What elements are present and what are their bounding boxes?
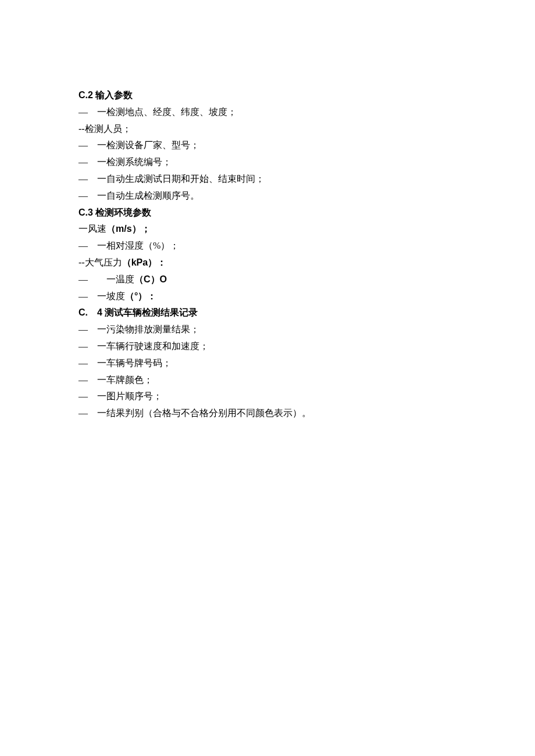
list-item: 一风速（m/s）； [79, 221, 456, 238]
section-c3: C.3 检测环境参数 一风速（m/s）； — 一相对湿度（%）； --大气压力（… [79, 205, 456, 305]
list-item: --大气压力（kPa）： [79, 255, 456, 271]
document-body: C.2 输入参数 — 一检测地点、经度、纬度、坡度； --检测人员； — 一检测… [0, 0, 535, 422]
heading-c3-text: 检测环境参数 [95, 207, 151, 217]
list-item: — 一检测地点、经度、纬度、坡度； [79, 104, 456, 121]
list-item: — 一自动生成测试日期和开始、结束时间； [79, 171, 456, 188]
heading-c2: C.2 输入参数 [79, 87, 456, 104]
list-item: — 一相对湿度（%）； [79, 238, 456, 255]
heading-c4-num: 4 [97, 307, 102, 317]
list-item: — 一检测设备厂家、型号； [79, 137, 456, 154]
list-item: — 一检测系统编号； [79, 154, 456, 171]
heading-c4-text: 测试车辆检测结果记录 [105, 307, 198, 317]
heading-c2-text: 输入参数 [95, 90, 133, 100]
list-item: — 一自动生成检测顺序号。 [79, 188, 456, 205]
list-item: — 一车辆号牌号码； [79, 355, 456, 372]
section-c4: C. 4 测试车辆检测结果记录 — 一污染物排放测量结果； — 一车辆行驶速度和… [79, 304, 456, 422]
heading-c2-label: C.2 [79, 90, 93, 100]
list-item: — 一车牌颜色； [79, 372, 456, 389]
heading-c3-label: C.3 [79, 207, 93, 217]
list-item: — 一污染物排放测量结果； [79, 321, 456, 338]
list-item: — 一温度（C）O [79, 271, 456, 288]
heading-c3: C.3 检测环境参数 [79, 205, 456, 221]
heading-c4-label: C. [79, 307, 88, 317]
heading-c4: C. 4 测试车辆检测结果记录 [79, 304, 456, 321]
section-c2: C.2 输入参数 — 一检测地点、经度、纬度、坡度； --检测人员； — 一检测… [79, 87, 456, 205]
list-item: — 一车辆行驶速度和加速度； [79, 338, 456, 355]
list-item: — 一结果判别（合格与不合格分别用不同颜色表示）。 [79, 405, 456, 422]
list-item: — 一图片顺序号； [79, 388, 456, 405]
list-item: --检测人员； [79, 121, 456, 138]
list-item: — 一坡度（°）： [79, 288, 456, 305]
